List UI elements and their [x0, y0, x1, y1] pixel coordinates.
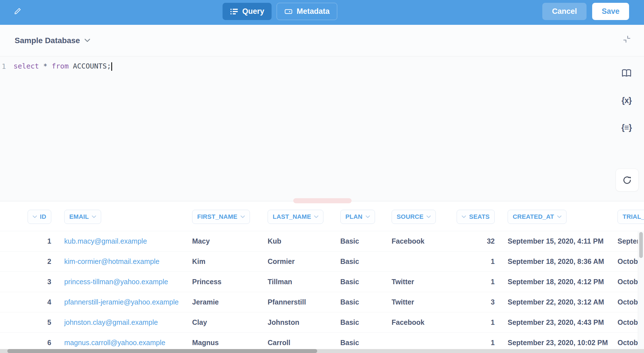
- column-header-created_at: CREATED_AT: [501, 201, 611, 231]
- cell-seats[interactable]: 1: [447, 251, 501, 272]
- cell-plan[interactable]: Basic: [334, 292, 385, 312]
- cell-id[interactable]: 4: [0, 292, 58, 312]
- column-header-pill[interactable]: EMAIL: [64, 210, 101, 224]
- cell-email[interactable]: kub.macy@gmail.example: [58, 231, 186, 251]
- editor-resize-handle[interactable]: [293, 198, 352, 203]
- cell-first_name[interactable]: Macy: [186, 231, 261, 251]
- cell-seats[interactable]: 1: [447, 312, 501, 333]
- variables-icon: {x}: [621, 96, 632, 105]
- cancel-button[interactable]: Cancel: [542, 3, 587, 20]
- cell-plan[interactable]: Basic: [334, 251, 385, 272]
- sql-line: 1 select * from ACCOUNTS;: [0, 62, 112, 71]
- table-row: 2kim-cormier@hotmail.exampleKimCormierBa…: [0, 251, 644, 272]
- data-reference-button[interactable]: [620, 68, 633, 79]
- cell-last_name[interactable]: Tillman: [261, 272, 334, 292]
- cell-email[interactable]: johnston.clay@gmail.example: [58, 312, 186, 333]
- cell-plan[interactable]: Basic: [334, 231, 385, 251]
- table-row: 3princess-tillman@yahoo.examplePrincessT…: [0, 272, 644, 292]
- chevron-down-icon: [85, 39, 90, 42]
- cell-plan[interactable]: Basic: [334, 312, 385, 333]
- cell-source[interactable]: [385, 251, 447, 272]
- run-query-button[interactable]: [616, 169, 639, 191]
- cell-source[interactable]: Facebook: [385, 231, 447, 251]
- column-header-pill[interactable]: ID: [28, 210, 51, 224]
- column-header-pill[interactable]: TRIAL_EN: [618, 210, 644, 224]
- chevron-down-icon: [241, 215, 245, 218]
- cell-seats[interactable]: 1: [447, 272, 501, 292]
- tab-metadata[interactable]: Metadata: [277, 3, 337, 20]
- chevron-down-icon: [366, 215, 370, 218]
- chevron-down-icon: [427, 215, 431, 218]
- column-header-pill[interactable]: LAST_NAME: [268, 210, 323, 224]
- vertical-scrollbar[interactable]: [638, 231, 644, 349]
- cell-plan[interactable]: Basic: [334, 272, 385, 292]
- cell-created_at[interactable]: September 23, 2020, 4:43 PM: [501, 312, 611, 333]
- cell-first_name[interactable]: Kim: [186, 251, 261, 272]
- database-selector[interactable]: Sample Database: [15, 36, 90, 45]
- database-name: Sample Database: [15, 36, 80, 45]
- chevron-down-icon: [557, 215, 561, 218]
- database-bar: Sample Database: [0, 25, 644, 56]
- cell-last_name[interactable]: Kub: [261, 231, 334, 251]
- collapse-icon: [623, 35, 631, 43]
- sql-code: select * from ACCOUNTS;: [14, 62, 112, 71]
- column-header-pill[interactable]: SEATS: [457, 210, 495, 224]
- table-row: 1kub.macy@gmail.exampleMacyKubBasicFaceb…: [0, 231, 644, 251]
- column-header-pill[interactable]: FIRST_NAME: [192, 210, 250, 224]
- column-label: SEATS: [469, 213, 490, 220]
- save-button[interactable]: Save: [592, 3, 629, 20]
- collapse-editor-button[interactable]: [620, 33, 633, 46]
- chevron-down-icon: [314, 215, 318, 218]
- column-header-pill[interactable]: PLAN: [340, 210, 375, 224]
- cell-id[interactable]: 3: [0, 272, 58, 292]
- sql-editor[interactable]: 1 select * from ACCOUNTS; {x} {≡}: [0, 56, 644, 201]
- cell-last_name[interactable]: Pfannerstill: [261, 292, 334, 312]
- book-icon: [621, 69, 632, 78]
- cell-source[interactable]: Twitter: [385, 272, 447, 292]
- chevron-down-icon: [92, 215, 96, 218]
- cell-created_at[interactable]: September 18, 2020, 4:12 PM: [501, 272, 611, 292]
- chevron-down-icon: [33, 215, 37, 218]
- editor-sidebar-icons: {x} {≡}: [618, 68, 636, 133]
- cell-first_name[interactable]: Princess: [186, 272, 261, 292]
- pencil-icon: [14, 7, 21, 15]
- tag-icon: [284, 7, 293, 16]
- cell-id[interactable]: 2: [0, 251, 58, 272]
- cell-email[interactable]: pfannerstill-jeramie@yahoo.example: [58, 292, 186, 312]
- tab-query[interactable]: Query: [223, 3, 272, 20]
- cell-first_name[interactable]: Clay: [186, 312, 261, 333]
- column-header-pill[interactable]: SOURCE: [392, 210, 436, 224]
- horizontal-scrollbar-thumb[interactable]: [7, 349, 317, 353]
- tab-metadata-label: Metadata: [297, 7, 330, 16]
- line-number: 1: [0, 62, 14, 70]
- variables-button[interactable]: {x}: [620, 95, 633, 106]
- cell-seats[interactable]: 3: [447, 292, 501, 312]
- cell-created_at[interactable]: September 22, 2020, 3:12 AM: [501, 292, 611, 312]
- cell-created_at[interactable]: September 18, 2020, 8:36 AM: [501, 251, 611, 272]
- snippets-button[interactable]: {≡}: [620, 122, 633, 133]
- cell-first_name[interactable]: Jeramie: [186, 292, 261, 312]
- cell-email[interactable]: kim-cormier@hotmail.example: [58, 251, 186, 272]
- horizontal-scrollbar[interactable]: [0, 349, 644, 353]
- cell-source[interactable]: Twitter: [385, 292, 447, 312]
- cell-last_name[interactable]: Cormier: [261, 251, 334, 272]
- column-label: ID: [40, 213, 46, 220]
- cell-email[interactable]: princess-tillman@yahoo.example: [58, 272, 186, 292]
- cell-source[interactable]: Facebook: [385, 312, 447, 333]
- cell-id[interactable]: 5: [0, 312, 58, 333]
- query-results: IDEMAILFIRST_NAMELAST_NAMEPLANSOURCESEAT…: [0, 201, 644, 353]
- snippets-icon: {≡}: [621, 123, 632, 132]
- column-header-email: EMAIL: [58, 201, 186, 231]
- chevron-down-icon: [462, 215, 466, 218]
- column-header-seats: SEATS: [447, 201, 501, 231]
- refresh-icon: [622, 175, 632, 186]
- topbar-actions: Cancel Save: [542, 3, 629, 20]
- cell-created_at[interactable]: September 15, 2020, 4:11 PM: [501, 231, 611, 251]
- vertical-scrollbar-thumb[interactable]: [639, 232, 643, 258]
- column-header-pill[interactable]: CREATED_AT: [508, 210, 567, 224]
- cell-seats[interactable]: 32: [447, 231, 501, 251]
- column-label: EMAIL: [69, 213, 89, 220]
- cell-last_name[interactable]: Johnston: [261, 312, 334, 333]
- cell-id[interactable]: 1: [0, 231, 58, 251]
- column-header-plan: PLAN: [334, 201, 385, 231]
